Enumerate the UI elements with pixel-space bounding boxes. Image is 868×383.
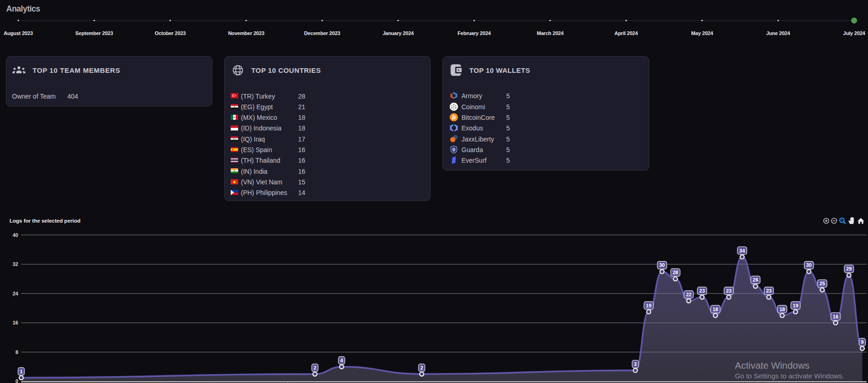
svg-text:23: 23 xyxy=(766,288,772,294)
svg-text:30: 30 xyxy=(806,262,812,268)
svg-text:0: 0 xyxy=(15,378,18,383)
svg-text:19: 19 xyxy=(646,303,652,308)
svg-text:2: 2 xyxy=(313,365,316,371)
svg-text:26: 26 xyxy=(753,277,758,283)
svg-text:16: 16 xyxy=(12,320,18,325)
svg-text:24: 24 xyxy=(12,291,18,296)
svg-text:40: 40 xyxy=(12,232,18,238)
svg-text:30: 30 xyxy=(659,262,665,268)
svg-text:16: 16 xyxy=(833,314,838,319)
svg-text:2: 2 xyxy=(420,365,423,371)
svg-text:23: 23 xyxy=(699,288,705,294)
svg-text:29: 29 xyxy=(846,266,852,271)
svg-text:23: 23 xyxy=(726,288,731,294)
svg-text:25: 25 xyxy=(820,281,825,286)
svg-text:34: 34 xyxy=(739,248,745,253)
svg-text:8: 8 xyxy=(15,349,18,355)
svg-text:1: 1 xyxy=(20,369,23,374)
svg-text:22: 22 xyxy=(686,292,691,297)
svg-text:32: 32 xyxy=(12,261,18,267)
svg-text:19: 19 xyxy=(793,303,798,308)
svg-text:18: 18 xyxy=(779,306,785,312)
svg-text:9: 9 xyxy=(861,339,864,345)
svg-text:4: 4 xyxy=(340,358,343,363)
svg-text:28: 28 xyxy=(672,270,678,275)
svg-text:3: 3 xyxy=(634,361,637,367)
svg-text:18: 18 xyxy=(712,306,718,312)
